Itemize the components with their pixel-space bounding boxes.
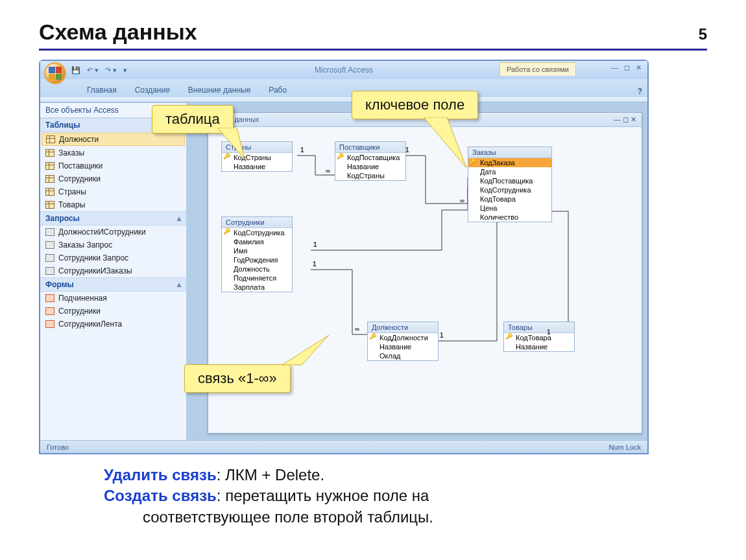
table-icon <box>45 162 54 170</box>
access-window: 💾 ↶ ▾ ↷ ▾ ▾ Microsoft Access Работа со с… <box>39 60 649 454</box>
field-row[interactable]: Подчиняется <box>222 274 292 283</box>
slide-header: Схема данных 5 <box>39 19 707 51</box>
table-icon <box>45 175 54 183</box>
chevron-up-icon[interactable]: ▴ <box>177 214 181 223</box>
window-controls[interactable]: — ◻ ✕ <box>611 64 644 72</box>
field-row[interactable]: Фамилия <box>222 237 292 246</box>
field-row[interactable]: Название <box>504 342 574 351</box>
table-suppliers[interactable]: Поставщики КодПоставщикаНазваниеКодСтран… <box>335 141 406 181</box>
context-tab[interactable]: Работа со связями <box>499 62 576 76</box>
query-icon <box>45 241 54 249</box>
nav-group-header[interactable]: Формы▴ <box>40 277 186 292</box>
field-row[interactable]: КодДолжности <box>368 333 438 342</box>
form-icon <box>45 294 54 302</box>
ribbon-body <box>40 97 647 102</box>
ribbon-tab-home[interactable]: Главная <box>79 83 125 97</box>
field-row[interactable]: ГодРождения <box>222 255 292 264</box>
field-row[interactable]: Название <box>335 162 405 171</box>
office-button[interactable] <box>44 62 66 84</box>
table-employees[interactable]: Сотрудники КодСотрудникаФамилияИмяГодРож… <box>221 216 293 292</box>
ribbon-tabs: Главная Создание Внешние данные Рабо <box>40 79 647 97</box>
nav-item[interactable]: Должности <box>42 133 185 146</box>
nav-group-header[interactable]: Запросы▴ <box>40 211 186 226</box>
field-row[interactable]: Количество <box>468 213 551 222</box>
nav-item[interactable]: Заказы <box>40 146 186 159</box>
status-bar: Готово Num Lock <box>40 440 647 453</box>
callout-keyfield: ключевое поле <box>352 91 478 119</box>
undo-icon[interactable]: ↶ ▾ <box>86 65 100 76</box>
redo-icon[interactable]: ↷ ▾ <box>104 65 118 76</box>
table-icon <box>45 188 54 196</box>
field-row[interactable]: Название <box>368 342 438 351</box>
ribbon-tab-external[interactable]: Внешние данные <box>180 83 259 97</box>
nav-item[interactable]: СотрудникиИЗаказы <box>40 264 186 277</box>
table-orders[interactable]: Заказы КодЗаказаДатаКодПоставщикаКодСотр… <box>468 146 552 222</box>
nav-item[interactable]: Поставщики <box>40 159 186 172</box>
svg-marker-0 <box>217 128 245 159</box>
status-right: Num Lock <box>608 443 641 451</box>
table-icon <box>45 201 54 209</box>
nav-item[interactable]: Страны <box>40 185 186 198</box>
nav-item[interactable]: Сотрудники <box>40 172 186 185</box>
mdi-window-controls[interactable]: — ◻ ✕ <box>614 115 636 124</box>
form-icon <box>45 307 54 315</box>
rel-one: 1 <box>313 261 317 268</box>
field-row[interactable]: Цена <box>468 204 551 213</box>
field-row[interactable]: КодТовара <box>468 194 551 204</box>
callout-relation: связь «1-∞» <box>184 364 291 393</box>
query-icon <box>45 267 54 275</box>
slide-title: Схема данных <box>39 19 197 45</box>
nav-item[interactable]: Заказы Запрос <box>40 239 186 251</box>
status-left: Готово <box>47 443 69 451</box>
qat-dropdown-icon[interactable]: ▾ <box>122 65 128 76</box>
nav-item[interactable]: Сотрудники <box>40 305 186 318</box>
form-icon <box>45 320 54 328</box>
rel-one: 1 <box>405 146 409 154</box>
table-positions[interactable]: Должности КодДолжностиНазваниеОклад <box>367 321 439 361</box>
quick-access-toolbar[interactable]: 💾 ↶ ▾ ↷ ▾ ▾ <box>70 65 128 76</box>
ribbon-tab-dbtools[interactable]: Рабо <box>261 83 295 97</box>
table-icon <box>46 135 55 143</box>
help-icon[interactable]: ? <box>638 87 642 96</box>
field-row[interactable]: КодПоставщика <box>335 153 405 162</box>
save-icon[interactable]: 💾 <box>70 65 82 76</box>
table-goods[interactable]: Товары КодТовараНазвание <box>503 321 575 352</box>
rel-one: 1 <box>547 329 551 336</box>
svg-marker-1 <box>424 117 466 168</box>
nav-item[interactable]: Сотрудники Запрос <box>40 251 186 264</box>
callout-table: таблица <box>152 105 234 134</box>
navigation-pane: Все объекты Access ▾ Таблицы▴ДолжностиЗа… <box>40 103 187 440</box>
field-row[interactable]: КодСотрудника <box>222 228 292 237</box>
nav-item[interactable]: ДолжностиИСотрудники <box>40 226 186 239</box>
ribbon-tab-create[interactable]: Создание <box>127 83 178 97</box>
nav-item[interactable]: Подчиненная <box>40 292 186 305</box>
titlebar[interactable]: 💾 ↶ ▾ ↷ ▾ ▾ Microsoft Access Работа со с… <box>40 61 647 79</box>
rel-one: 1 <box>313 241 317 248</box>
query-icon <box>45 228 54 236</box>
chevron-up-icon[interactable]: ▴ <box>177 280 181 289</box>
field-row[interactable]: Имя <box>222 246 292 255</box>
field-row[interactable]: КодЗаказа <box>468 158 551 167</box>
field-row[interactable]: КодСотрудника <box>468 185 551 194</box>
query-icon <box>45 254 54 262</box>
slide-notes: Удалить связь: ЛКМ + Delete. Создать свя… <box>104 465 707 528</box>
nav-item[interactable]: Товары <box>40 198 186 211</box>
rel-one: 1 <box>440 332 444 339</box>
field-row[interactable]: Оклад <box>368 351 438 360</box>
page-number: 5 <box>699 25 707 43</box>
field-row[interactable]: КодСтраны <box>335 171 405 180</box>
svg-marker-2 <box>282 335 329 365</box>
field-row[interactable]: Дата <box>468 167 551 176</box>
nav-title: Все объекты Access <box>45 106 119 115</box>
rel-many: ∞ <box>326 167 330 174</box>
table-icon <box>45 149 54 157</box>
field-row[interactable]: Должность <box>222 264 292 274</box>
nav-item[interactable]: СотрудникиЛента <box>40 318 186 331</box>
rel-many: ∞ <box>355 325 359 332</box>
field-row[interactable]: Зарплата <box>222 283 292 292</box>
field-row[interactable]: КодТовара <box>504 333 574 342</box>
rel-many: ∞ <box>460 197 464 204</box>
field-row[interactable]: КодПоставщика <box>468 176 551 185</box>
rel-one: 1 <box>300 146 304 154</box>
